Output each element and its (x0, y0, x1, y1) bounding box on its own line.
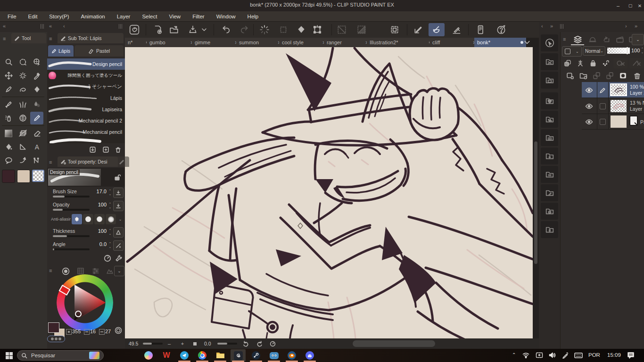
collapse-subtool-icon[interactable]: « (49, 23, 52, 29)
thickness-stepper[interactable]: ⌃⌄ (107, 227, 113, 237)
opacity-slider-handle[interactable] (627, 47, 628, 54)
angle-dynamics-icon[interactable] (113, 240, 124, 251)
animation-tab[interactable] (614, 35, 626, 44)
foreground-color-chip[interactable] (48, 322, 59, 333)
subtool-item-mech-pencil[interactable]: Mechanical pencil (47, 126, 125, 138)
menu-animation[interactable]: Animation (81, 14, 105, 19)
taskbar-discord-icon[interactable] (305, 350, 315, 361)
tool-fill-bucket[interactable] (2, 140, 15, 153)
tool-pencil-selected[interactable] (30, 112, 43, 124)
layer-mask-icon[interactable] (618, 71, 627, 80)
deselect-icon[interactable] (278, 24, 289, 35)
layer-thumbnail[interactable] (611, 100, 627, 112)
subtool-panel-tab[interactable]: Sub Tool: Lápis (58, 33, 124, 43)
doc-tab-bonk-active[interactable]: bonk* (474, 38, 527, 47)
material-grid-folder-icon[interactable] (541, 166, 558, 183)
transform-frame-icon[interactable] (312, 24, 323, 35)
reference-layer-icon[interactable] (576, 58, 585, 68)
taskbar-chrome-icon[interactable] (197, 350, 207, 361)
material-edit-folder-icon[interactable] (541, 184, 558, 201)
zoom-out-icon[interactable]: – (165, 340, 173, 347)
undo-icon[interactable] (220, 24, 231, 35)
save-options-chevron-icon[interactable] (200, 24, 208, 35)
layers-tab-active[interactable] (572, 35, 583, 44)
wrench-settings-icon[interactable] (114, 254, 124, 263)
tool-pen[interactable] (2, 83, 15, 96)
layer-row-layer1[interactable]: 13 % Norm Layer 1 (582, 98, 644, 114)
pen-correction-icon[interactable] (413, 24, 424, 35)
tool-panel-tab[interactable]: Tool (11, 33, 46, 43)
layers-chevron-icon[interactable]: ⌄ (632, 34, 644, 45)
speaker-icon[interactable] (549, 352, 556, 358)
duplicate-subtool-icon[interactable] (101, 145, 110, 154)
zoom-in-icon[interactable]: + (179, 340, 186, 347)
layer-row-layer2[interactable]: 100 % Normal Layer 2 (582, 82, 644, 98)
subtool-item-partial[interactable] (47, 138, 125, 143)
color-panel-menu-icon[interactable]: ≡ (49, 268, 52, 273)
open-file-icon[interactable] (168, 24, 180, 35)
subtool-item-uso-sharpen[interactable]: うそシャーペン (47, 81, 125, 93)
brush-dynamics-dial-icon[interactable] (103, 254, 112, 263)
aa-weak[interactable] (83, 214, 93, 224)
combine-to-layer-icon[interactable] (605, 71, 614, 80)
tool-marker[interactable] (2, 98, 15, 111)
select-checkbox[interactable] (600, 119, 606, 125)
csp-logo-icon[interactable] (129, 24, 140, 35)
tool-balloon[interactable] (2, 154, 15, 167)
subtool-item-fill-gap-tool[interactable]: 隙間無く囲って塗るツール (47, 70, 125, 82)
material-wheel-folder-icon[interactable] (541, 203, 558, 220)
tool-operation-anchor[interactable] (16, 154, 29, 167)
history-tab[interactable] (601, 35, 612, 44)
tool-move[interactable] (2, 69, 15, 82)
last-panel-icon[interactable]: » (635, 23, 637, 29)
menu-view[interactable]: View (169, 14, 181, 19)
tool-decoration-grass[interactable] (16, 98, 29, 111)
canvas-hscrollbar-thumb[interactable] (353, 340, 435, 347)
blend-mode-dropdown[interactable]: Normal ⌄ (583, 46, 605, 56)
transparent-color-swatch-selected[interactable] (32, 170, 44, 182)
brush-size-value[interactable]: 17.0 (91, 189, 107, 194)
layer-opacity-value[interactable]: 100 (631, 48, 640, 53)
tablet-device-icon[interactable] (536, 352, 543, 358)
menu-help[interactable]: Help (248, 14, 259, 19)
brush-detail-tab[interactable] (114, 156, 129, 167)
ruler-range-disabled-icon[interactable] (629, 58, 644, 68)
paper-thumbnail[interactable] (611, 115, 627, 128)
material-download-folder-icon[interactable] (541, 148, 558, 165)
sub-color-swatch[interactable] (17, 170, 30, 183)
reset-view-icon[interactable] (269, 340, 276, 347)
aa-strong[interactable] (106, 214, 116, 224)
layer-row-paper[interactable]: Paper (582, 114, 644, 130)
angle-slider[interactable] (53, 248, 90, 250)
new-folder-icon[interactable] (578, 71, 588, 80)
opacity-value[interactable]: 100 (91, 202, 107, 207)
brush-size-stepper[interactable]: ⌃⌄ (107, 188, 113, 197)
tray-expand-chevron-icon[interactable]: ⌃ (512, 352, 516, 357)
search-highlights-icon[interactable] (89, 352, 99, 359)
panel-grip[interactable] (41, 24, 44, 29)
tool-airbrush[interactable] (2, 112, 15, 124)
subtool-item-lapis[interactable]: Lápis (47, 92, 125, 104)
saturation-triangle[interactable] (57, 274, 113, 331)
menu-layer[interactable]: Layer (117, 14, 131, 19)
doc-tab-gumbo[interactable]: gumbo✕ (147, 38, 198, 47)
material-tone-folder-icon[interactable] (541, 111, 558, 128)
tool-text[interactable]: A (30, 140, 43, 153)
companion-device-icon[interactable] (475, 24, 486, 35)
brush-size-slider[interactable] (53, 196, 90, 197)
zoom-slider[interactable] (143, 343, 163, 345)
menu-select[interactable]: Select (142, 14, 157, 19)
visibility-eye-icon[interactable] (585, 117, 593, 126)
start-button[interactable] (6, 352, 13, 359)
prev-panel-icon[interactable]: ‹ (63, 23, 65, 29)
rotate-right-icon[interactable] (256, 340, 263, 347)
menu-file[interactable]: File (8, 14, 17, 19)
import-subtool-icon[interactable] (88, 145, 97, 154)
menu-window[interactable]: Window (216, 14, 236, 19)
subtool-menu-icon[interactable]: ≡ (49, 36, 52, 41)
color-mode-circle-icon[interactable] (114, 326, 123, 335)
clip-to-layer-icon[interactable] (563, 58, 572, 68)
tool-navigate[interactable] (30, 56, 43, 68)
tool-liquify-mesh[interactable] (16, 112, 29, 124)
menu-story[interactable]: Story(P) (49, 14, 69, 19)
